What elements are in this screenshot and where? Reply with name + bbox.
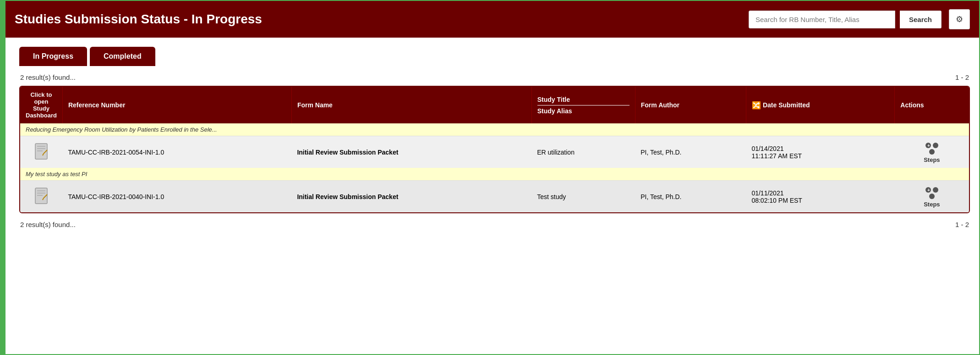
form-name-cell-2: Initial Review Submission Packet (291, 181, 531, 213)
form-name-cell-1: Initial Review Submission Packet (291, 136, 531, 168)
th-form-name: Form Name (291, 87, 531, 123)
top-results-count: 2 result(s) found... (20, 73, 76, 81)
tab-completed[interactable]: Completed (90, 47, 155, 66)
svg-point-18 (929, 194, 935, 199)
form-author-cell-1: PI, Test, Ph.D. (635, 136, 746, 168)
study-title-cell-1: Reducing Emergency Room Utilization by P… (20, 123, 969, 136)
steps-label-2: Steps (924, 201, 940, 208)
top-results-row: 2 result(s) found... 1 - 2 (19, 73, 970, 81)
tab-group: In Progress Completed (19, 47, 970, 66)
ref-number-cell-1: TAMU-CC-IRB-2021-0054-INI-1.0 (62, 136, 291, 168)
search-button[interactable]: Search (900, 11, 942, 28)
svg-point-17 (933, 187, 938, 193)
ref-number-cell-2: TAMU-CC-IRB-2021-0040-INI-1.0 (62, 181, 291, 213)
left-border (0, 0, 5, 355)
study-alias-cell-2: Test study (531, 181, 635, 213)
top-results-pages: 1 - 2 (955, 73, 969, 81)
th-study-alias: Study Alias (537, 107, 630, 115)
svg-point-8 (929, 149, 935, 155)
tab-in-progress[interactable]: In Progress (19, 47, 87, 66)
th-reference-number: Reference Number (62, 87, 291, 123)
bottom-results-row: 2 result(s) found... 1 - 2 (19, 221, 970, 228)
table-title-row-1: Reducing Emergency Room Utilization by P… (20, 123, 969, 136)
bottom-results-count: 2 result(s) found... (20, 221, 76, 228)
svg-point-7 (933, 143, 938, 148)
notebook-icon-1 (33, 143, 49, 160)
date-submitted-cell-1: 01/14/2021 11:11:27 AM EST (746, 136, 894, 168)
main-container: Studies Submission Status - In Progress … (5, 0, 980, 355)
dashboard-icon-cell-1[interactable] (20, 136, 62, 168)
steps-label-1: Steps (924, 156, 940, 163)
gear-button[interactable]: ⚙ (949, 9, 970, 29)
search-input[interactable] (749, 11, 895, 28)
data-table: Click to open Study Dashboard Reference … (20, 87, 969, 212)
notebook-icon-2 (33, 187, 49, 205)
page-header: Studies Submission Status - In Progress … (5, 1, 979, 38)
steps-button-2[interactable]: + Steps (900, 185, 964, 208)
table-row: TAMU-CC-IRB-2021-0040-INI-1.0 Initial Re… (20, 181, 969, 213)
dashboard-icon-cell-2[interactable] (20, 181, 62, 213)
page-title: Studies Submission Status - In Progress (15, 12, 262, 27)
steps-icon-circles-1: + (924, 141, 940, 156)
header-actions: Search ⚙ (749, 9, 970, 29)
svg-text:+: + (927, 188, 930, 193)
actions-cell-2[interactable]: + Steps (895, 181, 969, 213)
svg-text:+: + (927, 143, 930, 148)
th-form-author: Form Author (635, 87, 746, 123)
steps-button-1[interactable]: + Steps (900, 141, 964, 163)
data-table-wrapper: Click to open Study Dashboard Reference … (19, 86, 970, 213)
th-date-submitted: 🔀 Date Submitted (746, 87, 894, 123)
th-actions: Actions (895, 87, 969, 123)
table-title-row-2: My test study as test PI (20, 168, 969, 181)
content-area: In Progress Completed 2 result(s) found.… (5, 38, 979, 354)
th-study-title: Study Title (537, 96, 630, 105)
table-row: TAMU-CC-IRB-2021-0054-INI-1.0 Initial Re… (20, 136, 969, 168)
table-header-row: Click to open Study Dashboard Reference … (20, 87, 969, 123)
th-study-title-alias: Study Title Study Alias (531, 87, 635, 123)
bottom-results-pages: 1 - 2 (955, 221, 969, 228)
th-click-to-open: Click to open Study Dashboard (20, 87, 62, 123)
study-title-cell-2: My test study as test PI (20, 168, 969, 181)
date-submitted-cell-2: 01/11/2021 08:02:10 PM EST (746, 181, 894, 213)
study-alias-cell-1: ER utilization (531, 136, 635, 168)
steps-icon-circles-2: + (924, 185, 940, 201)
form-author-cell-2: PI, Test, Ph.D. (635, 181, 746, 213)
actions-cell-1[interactable]: + Steps (895, 136, 969, 168)
